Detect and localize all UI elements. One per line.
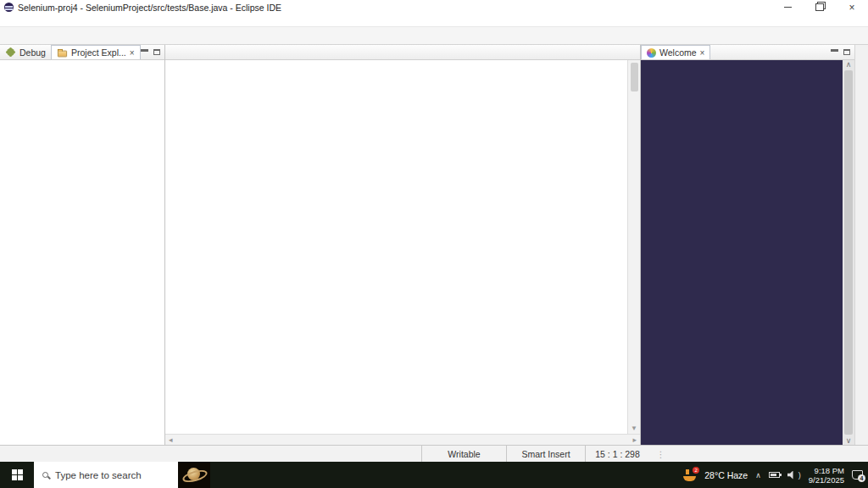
editor-area: ▼ ◂ ▸ bbox=[165, 45, 640, 445]
main-toolbar bbox=[0, 27, 868, 45]
title-bar: Selenium-proj4 - SeleniumProject/src/tes… bbox=[0, 0, 868, 14]
close-welcome-icon[interactable]: × bbox=[700, 48, 705, 58]
tab-welcome[interactable]: Welcome × bbox=[641, 45, 710, 59]
search-placeholder: Type here to search bbox=[55, 470, 142, 480]
start-button[interactable] bbox=[0, 462, 34, 488]
time: 9:18 PM bbox=[809, 466, 844, 475]
restore-button[interactable] bbox=[804, 0, 836, 14]
menu-bar bbox=[0, 14, 868, 27]
tray-expand-icon[interactable]: ∧ bbox=[755, 471, 761, 480]
welcome-tab-bar: Welcome × bbox=[641, 45, 854, 60]
close-view-icon[interactable]: × bbox=[130, 48, 135, 58]
editor-vertical-scrollbar[interactable]: ▼ bbox=[627, 60, 640, 434]
tab-debug[interactable]: Debug bbox=[0, 45, 51, 59]
tab-project-explorer[interactable]: Project Expl... × bbox=[51, 45, 141, 59]
editor-horizontal-scrollbar[interactable]: ◂ ▸ bbox=[165, 434, 640, 445]
bing-daily-image[interactable] bbox=[178, 462, 210, 488]
explorer-tab-bar: Debug Project Expl... × bbox=[0, 45, 164, 60]
eclipse-logo-icon bbox=[4, 3, 14, 12]
date: 9/21/2025 bbox=[809, 475, 844, 485]
welcome-scrollbar[interactable]: ∧ ∨ bbox=[843, 60, 854, 445]
windows-taskbar: Type here to search 2 28°C Haze ∧ ) 9:18… bbox=[0, 462, 868, 488]
scroll-down-arrow[interactable]: ▼ bbox=[631, 424, 637, 434]
window-title: Selenium-proj4 - SeleniumProject/src/tes… bbox=[18, 3, 281, 13]
maximize-welcome-icon[interactable] bbox=[843, 49, 850, 55]
status-bar: Writable Smart Insert 15 : 1 : 298 ⋮ bbox=[0, 445, 868, 462]
scrollbar-thumb[interactable] bbox=[844, 70, 853, 435]
steam-badge: 2 bbox=[693, 467, 699, 474]
welcome-panel: Welcome × ∧ ∨ bbox=[640, 45, 854, 445]
maximize-view-icon[interactable] bbox=[153, 49, 160, 55]
system-tray: 2 28°C Haze ∧ ) 9:18 PM 9/21/2025 4 bbox=[683, 462, 868, 488]
scroll-down-arrow[interactable]: ∨ bbox=[846, 436, 852, 445]
notification-count: 4 bbox=[858, 474, 865, 482]
steam-app-icon[interactable]: 2 bbox=[683, 469, 697, 481]
welcome-content bbox=[641, 60, 843, 445]
close-button[interactable]: × bbox=[836, 0, 868, 14]
scroll-left-arrow[interactable]: ◂ bbox=[169, 435, 173, 444]
scrollbar-thumb[interactable] bbox=[631, 63, 638, 92]
speaker-icon[interactable] bbox=[787, 471, 797, 480]
project-tree bbox=[0, 75, 164, 445]
battery-icon[interactable] bbox=[769, 472, 780, 478]
scroll-up-arrow[interactable]: ∧ bbox=[846, 60, 852, 69]
scroll-right-arrow[interactable]: ▸ bbox=[632, 435, 637, 444]
code-editor[interactable] bbox=[165, 60, 627, 434]
search-icon bbox=[42, 472, 48, 478]
minimize-view-icon[interactable] bbox=[141, 49, 148, 52]
status-insert-mode: Smart Insert bbox=[506, 446, 585, 462]
notification-center-icon[interactable]: 4 bbox=[852, 470, 863, 480]
welcome-icon bbox=[647, 48, 656, 58]
folder-icon bbox=[58, 50, 67, 57]
editor-tab-bar bbox=[165, 45, 640, 60]
explorer-toolbar bbox=[0, 60, 164, 75]
status-cursor-position: 15 : 1 : 298 bbox=[585, 446, 649, 462]
minimize-button[interactable] bbox=[771, 0, 804, 14]
taskbar-search[interactable]: Type here to search bbox=[34, 462, 210, 488]
debug-view-icon bbox=[7, 48, 14, 56]
weather-widget[interactable]: 28°C Haze bbox=[704, 470, 748, 480]
minimize-welcome-icon[interactable] bbox=[831, 49, 838, 52]
minimized-views-bar bbox=[854, 45, 868, 445]
project-explorer-panel: Debug Project Expl... × bbox=[0, 45, 165, 445]
status-handle: ⋮ bbox=[649, 446, 665, 462]
status-writable: Writable bbox=[421, 446, 506, 462]
clock[interactable]: 9:18 PM 9/21/2025 bbox=[809, 466, 844, 485]
saturn-icon bbox=[187, 468, 200, 480]
windows-logo-icon bbox=[12, 469, 23, 480]
